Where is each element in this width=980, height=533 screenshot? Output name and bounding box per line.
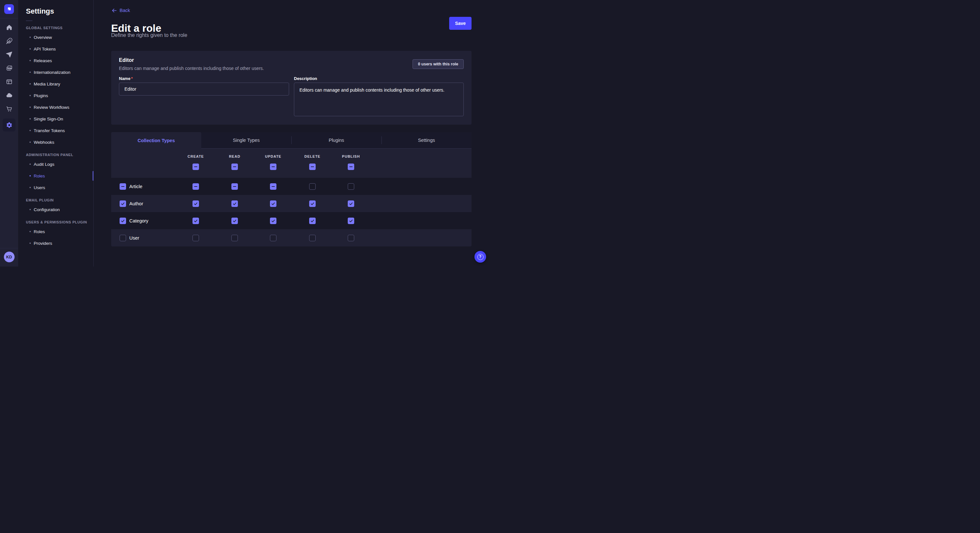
permission-row-article: Article	[111, 178, 471, 195]
feather-icon[interactable]	[5, 37, 13, 45]
sidebar-item-roles[interactable]: Roles	[18, 226, 93, 237]
home-icon[interactable]	[5, 23, 13, 31]
avatar[interactable]: KD	[4, 252, 14, 262]
sidebar-item-transfer-tokens[interactable]: Transfer Tokens	[18, 125, 93, 136]
select-all-read-checkbox[interactable]	[231, 163, 238, 170]
bullet-icon	[30, 95, 31, 96]
category-row-checkbox[interactable]	[119, 217, 126, 224]
select-all-publish-checkbox[interactable]	[348, 163, 354, 170]
user-update-checkbox[interactable]	[270, 235, 277, 241]
sidebar-item-label: Plugins	[34, 93, 48, 98]
sidebar-section-label: GLOBAL SETTINGS	[18, 26, 93, 32]
sidebar-item-single-sign-on[interactable]: Single Sign-On	[18, 113, 93, 125]
cloud-icon[interactable]	[5, 91, 13, 99]
sidebar-item-review-workflows[interactable]: Review Workflows	[18, 102, 93, 113]
category-publish-checkbox[interactable]	[348, 217, 354, 224]
user-create-checkbox[interactable]	[192, 235, 199, 241]
author-row-checkbox[interactable]	[119, 200, 126, 207]
column-header-create: CREATE	[188, 154, 204, 159]
category-create-checkbox[interactable]	[192, 217, 199, 224]
sidebar-item-label: API Tokens	[34, 47, 56, 51]
sidebar-item-internationalization[interactable]: Internationalization	[18, 67, 93, 78]
sidebar-item-providers[interactable]: Providers	[18, 237, 93, 249]
user-delete-checkbox[interactable]	[309, 235, 316, 241]
rail-icon-list	[3, 23, 16, 132]
tab-single-types[interactable]: Single Types	[201, 132, 291, 149]
column-header-delete: DELETE	[304, 154, 320, 159]
bullet-icon	[30, 187, 31, 188]
save-button[interactable]: Save	[449, 17, 471, 30]
bullet-icon	[30, 209, 31, 210]
bullet-icon	[30, 36, 31, 38]
category-update-checkbox[interactable]	[270, 217, 277, 224]
article-row-checkbox[interactable]	[119, 183, 126, 190]
author-delete-checkbox[interactable]	[309, 200, 316, 207]
row-label: Category	[129, 218, 148, 224]
user-read-checkbox[interactable]	[231, 235, 238, 241]
tab-settings[interactable]: Settings	[382, 132, 471, 149]
article-update-checkbox[interactable]	[270, 183, 277, 190]
sidebar-item-label: Single Sign-On	[34, 117, 63, 121]
article-publish-checkbox[interactable]	[348, 183, 354, 190]
sidebar-item-users[interactable]: Users	[18, 182, 93, 194]
article-delete-checkbox[interactable]	[309, 183, 316, 190]
author-update-checkbox[interactable]	[270, 200, 277, 207]
page-subtitle: Define the rights given to the role	[111, 32, 187, 38]
marketplace-cart-icon[interactable]	[5, 105, 13, 113]
help-button[interactable]: ?	[474, 251, 486, 263]
bullet-icon	[30, 231, 31, 232]
sidebar-item-webhooks[interactable]: Webhooks	[18, 136, 93, 148]
sidebar-item-configuration[interactable]: Configuration	[18, 204, 93, 215]
sidebar-item-media-library[interactable]: Media Library	[18, 78, 93, 90]
permission-row-user: User	[111, 229, 471, 246]
settings-gear-icon[interactable]	[3, 119, 16, 132]
user-publish-checkbox[interactable]	[348, 235, 354, 241]
description-field[interactable]: Editors can manage and publish contents …	[294, 82, 464, 116]
sidebar-item-label: Users	[34, 185, 45, 190]
name-field[interactable]	[119, 82, 289, 95]
bullet-icon	[30, 106, 31, 108]
author-read-checkbox[interactable]	[231, 200, 238, 207]
sidebar-item-api-tokens[interactable]: API Tokens	[18, 43, 93, 55]
title-divider	[26, 21, 32, 21]
sidebar-item-label: Roles	[34, 174, 45, 178]
sidebar-item-releases[interactable]: Releases	[18, 55, 93, 67]
permissions-table: CREATEREADUPDATEDELETEPUBLISH ArticleAut…	[111, 149, 471, 246]
author-publish-checkbox[interactable]	[348, 200, 354, 207]
author-create-checkbox[interactable]	[192, 200, 199, 207]
select-all-delete-checkbox[interactable]	[309, 163, 316, 170]
sidebar-item-plugins[interactable]: Plugins	[18, 90, 93, 102]
sidebar-item-roles[interactable]: Roles	[18, 170, 93, 182]
tab-collection-types[interactable]: Collection Types	[111, 132, 201, 149]
bullet-icon	[30, 83, 31, 84]
column-header-publish: PUBLISH	[342, 154, 360, 159]
layout-icon[interactable]	[5, 78, 13, 86]
tab-plugins[interactable]: Plugins	[291, 132, 382, 149]
category-read-checkbox[interactable]	[231, 217, 238, 224]
subnav-sections: GLOBAL SETTINGSOverviewAPI TokensRelease…	[18, 26, 93, 249]
sidebar-item-overview[interactable]: Overview	[18, 32, 93, 43]
sidebar-item-label: Webhooks	[34, 140, 54, 145]
permissions-rows: ArticleAuthorCategoryUser	[111, 178, 471, 246]
strapi-logo[interactable]	[4, 4, 14, 14]
bullet-icon	[30, 175, 31, 176]
permissions-tabs: Collection TypesSingle TypesPluginsSetti…	[111, 132, 471, 149]
user-row-checkbox[interactable]	[119, 235, 126, 241]
article-read-checkbox[interactable]	[231, 183, 238, 190]
paper-plane-icon[interactable]	[5, 51, 13, 58]
bullet-icon	[30, 48, 31, 49]
bullet-icon	[30, 130, 31, 131]
sidebar-item-label: Releases	[34, 58, 52, 63]
users-with-role-button[interactable]: 0 users with this role	[412, 59, 464, 69]
category-delete-checkbox[interactable]	[309, 217, 316, 224]
select-all-create-checkbox[interactable]	[192, 163, 199, 170]
article-create-checkbox[interactable]	[192, 183, 199, 190]
bullet-icon	[30, 71, 31, 73]
sidebar-item-label: Roles	[34, 229, 45, 234]
back-link[interactable]: Back	[112, 8, 130, 13]
media-library-icon[interactable]	[5, 64, 13, 72]
permission-row-category: Category	[111, 212, 471, 229]
sidebar-item-audit-logs[interactable]: Audit Logs	[18, 159, 93, 170]
select-all-update-checkbox[interactable]	[270, 163, 277, 170]
column-header-read: READ	[229, 154, 240, 159]
